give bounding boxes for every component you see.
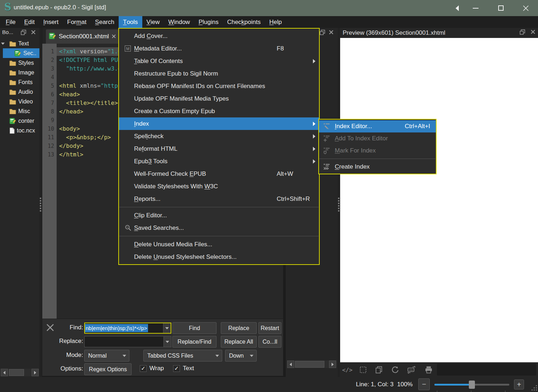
print-icon[interactable] bbox=[424, 365, 433, 374]
index-editor-icon bbox=[323, 123, 331, 130]
zoom-slider[interactable] bbox=[434, 379, 509, 390]
menubar-item-checkpoints[interactable]: Checkpoints bbox=[223, 16, 265, 28]
find-button[interactable]: Find bbox=[172, 322, 216, 334]
menu-item-index[interactable]: Index bbox=[119, 117, 319, 130]
tab-section0001[interactable]: Section0001.xhtml bbox=[46, 29, 122, 44]
maximize-button[interactable] bbox=[495, 0, 507, 16]
restart-button[interactable]: Restart bbox=[258, 322, 281, 334]
menu-item-rebase-opf-manifest-ids-on-current-filenames[interactable]: Rebase OPF Manifest IDs on Current Filen… bbox=[119, 80, 319, 92]
close-button[interactable] bbox=[520, 0, 532, 16]
menubar-item-view[interactable]: View bbox=[142, 16, 164, 28]
scroll-left-icon[interactable] bbox=[1, 369, 8, 376]
text-checkbox[interactable]: Text bbox=[173, 365, 194, 372]
replace-input[interactable] bbox=[84, 336, 171, 347]
close-icon[interactable] bbox=[329, 30, 334, 35]
menu-item-delete-unused-media-files[interactable]: Delete Unused Media Files... bbox=[119, 238, 319, 251]
close-icon[interactable] bbox=[530, 29, 536, 35]
sidebar-item-fonts[interactable]: Fonts bbox=[0, 77, 39, 87]
menubar-item-format[interactable]: Format bbox=[63, 16, 91, 28]
menu-item-validate-stylesheets-with-w3c[interactable]: Validate Stylesheets With W3C bbox=[119, 180, 319, 193]
slider-handle[interactable] bbox=[469, 381, 475, 389]
float-icon[interactable] bbox=[21, 30, 27, 35]
scroll-right-icon[interactable] bbox=[329, 360, 336, 368]
sidebar-item-tocncx[interactable]: toc.ncx bbox=[0, 126, 39, 135]
splitter-left[interactable] bbox=[39, 28, 42, 377]
midpane-hscrollbar[interactable] bbox=[287, 360, 336, 368]
menu-item-clip-editor[interactable]: Clip Editor... bbox=[119, 209, 319, 222]
files-dropdown[interactable]: Tabbed CSS Files bbox=[143, 350, 222, 362]
close-icon[interactable] bbox=[31, 30, 37, 35]
css-icon[interactable]: css bbox=[407, 365, 416, 374]
menu-item-spellcheck[interactable]: Spellcheck bbox=[119, 130, 319, 142]
zoom-in-button[interactable]: + bbox=[514, 379, 524, 389]
direction-dropdown[interactable]: Down bbox=[225, 350, 257, 362]
scroll-thumb[interactable] bbox=[295, 361, 324, 368]
menu-item-delete-unused-stylesheet-selectors[interactable]: Delete Unused Stylesheet Selectors... bbox=[119, 251, 319, 263]
chevron-down-icon[interactable] bbox=[163, 337, 171, 347]
sidebar-item-sec[interactable]: Sec.. bbox=[3, 48, 39, 58]
replace-button[interactable]: Replace bbox=[221, 322, 257, 334]
menu-item-update-opf-manifest-media-types[interactable]: Update OPF Manifest Media Types bbox=[119, 92, 319, 105]
replace-find-button[interactable]: Replace/Find bbox=[172, 336, 216, 348]
select-all-icon[interactable] bbox=[358, 365, 368, 374]
scroll-track[interactable] bbox=[8, 369, 32, 376]
sidebar-item-label: Styles bbox=[18, 60, 34, 66]
scroll-thumb[interactable] bbox=[9, 369, 24, 376]
menubar-item-plugins[interactable]: Plugins bbox=[194, 16, 223, 28]
menu-item-well-formed-check-epub[interactable]: Well-Formed Check EPUBAlt+W bbox=[119, 168, 319, 180]
refresh-icon[interactable] bbox=[391, 365, 400, 374]
zoom-out-button[interactable]: − bbox=[418, 378, 430, 390]
submenu-item-index-editor[interactable]: Index Editor...Ctrl+Alt+I bbox=[319, 120, 436, 132]
replace-all-button[interactable]: Replace All bbox=[221, 336, 257, 348]
menubar-item-help[interactable]: Help bbox=[265, 16, 286, 28]
count-all-button[interactable]: Co...ll bbox=[258, 336, 281, 348]
sidebar-item-image[interactable]: Image bbox=[0, 68, 39, 77]
float-icon[interactable] bbox=[520, 29, 525, 35]
preview-page[interactable] bbox=[340, 38, 538, 362]
menu-item-reformat-html[interactable]: Reformat HTML bbox=[119, 142, 319, 155]
line-number: 12 bbox=[42, 142, 57, 150]
menubar-item-edit[interactable]: Edit bbox=[20, 16, 39, 28]
menu-item-metadata-editor[interactable]: MMetadata Editor...F8 bbox=[119, 42, 319, 55]
sidebar-item-styles[interactable]: Styles bbox=[0, 58, 39, 68]
sidebar-item-audio[interactable]: Audio bbox=[0, 87, 39, 97]
chevron-down-icon[interactable] bbox=[163, 323, 171, 333]
regex-options-button[interactable]: Regex Options bbox=[84, 363, 132, 375]
submenu-item-create-index[interactable]: Create Index bbox=[319, 161, 436, 173]
expander-icon[interactable] bbox=[1, 43, 5, 45]
tab-close-icon[interactable] bbox=[112, 33, 116, 40]
resize-grip-icon[interactable] bbox=[530, 384, 537, 391]
menu-item-restructure-epub-to-sigil-norm[interactable]: Restructure Epub to Sigil Norm bbox=[119, 67, 319, 80]
minimize-button[interactable] bbox=[470, 0, 482, 16]
float-icon[interactable] bbox=[320, 30, 325, 35]
code-view-icon[interactable]: </> bbox=[343, 365, 352, 374]
copy-icon[interactable] bbox=[374, 365, 384, 374]
scroll-track[interactable] bbox=[294, 360, 329, 368]
sidebar-item-misc[interactable]: Misc bbox=[0, 106, 39, 116]
sidebar-item-text[interactable]: Text bbox=[0, 39, 39, 48]
menu-item-reports[interactable]: Reports...Ctrl+Shift+R bbox=[119, 193, 319, 205]
menu-item-add-cover[interactable]: Add Cover... bbox=[119, 30, 319, 42]
menubar-item-window[interactable]: Window bbox=[164, 16, 194, 28]
preview-address-box[interactable] bbox=[437, 364, 536, 376]
menubar-item-insert[interactable]: Insert bbox=[39, 16, 63, 28]
mode-dropdown[interactable]: Normal bbox=[84, 350, 129, 362]
index-submenu: Index Editor...Ctrl+Alt+IAdd To Index Ed… bbox=[318, 119, 437, 174]
sidebar-item-video[interactable]: Video bbox=[0, 97, 39, 106]
scroll-left-icon[interactable] bbox=[287, 360, 294, 368]
menubar-item-file[interactable]: File bbox=[1, 16, 20, 28]
browser-hscrollbar[interactable] bbox=[1, 369, 39, 376]
back-arrow-icon[interactable] bbox=[451, 0, 463, 16]
scroll-right-icon[interactable] bbox=[32, 369, 39, 376]
find-input[interactable]: nb|em|en|thin)sp;|\s)*</p> bbox=[84, 323, 171, 334]
menu-item-table-of-contents[interactable]: Table Of Contents bbox=[119, 55, 319, 67]
cursor-position: Line: 1, Col: 3 bbox=[356, 381, 394, 388]
sidebar-item-conter[interactable]: conter bbox=[0, 116, 39, 126]
wrap-checkbox[interactable]: Wrap bbox=[140, 365, 164, 372]
menu-item-shortcut: F8 bbox=[277, 45, 284, 52]
menu-item-create-a-custom-empty-epub[interactable]: Create a Custom Empty Epub bbox=[119, 105, 319, 117]
menu-item-epub3-tools[interactable]: Epub3 Tools bbox=[119, 155, 319, 168]
menubar-item-search[interactable]: Search bbox=[91, 16, 119, 28]
menu-item-saved-searches[interactable]: Saved Searches... bbox=[119, 222, 319, 234]
menubar-item-tools[interactable]: Tools bbox=[119, 16, 142, 28]
